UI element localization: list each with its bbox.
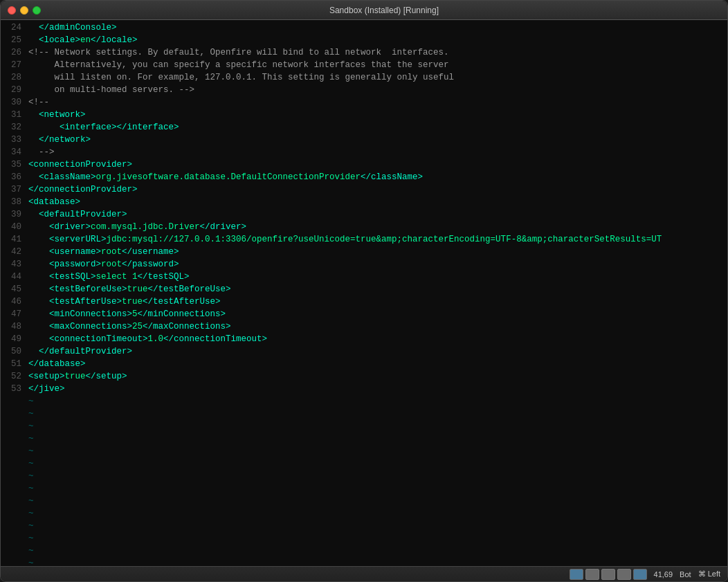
close-button[interactable] — [8, 6, 16, 15]
line-number: 35 — [1, 158, 28, 171]
line-content: <username>root</username> — [28, 246, 179, 258]
tilde-symbol: ~ — [28, 495, 34, 507]
line-content: <testAfterUse>true</testAfterUse> — [28, 295, 221, 308]
tilde-line: ~ — [1, 532, 727, 545]
tilde-line-number — [1, 420, 28, 433]
line-content: <database> — [28, 196, 80, 208]
line-content: <setup>true</setup> — [28, 370, 127, 383]
tilde-symbol: ~ — [28, 457, 34, 470]
tilde-line-number — [1, 433, 28, 445]
line-number: 52 — [1, 370, 28, 383]
status-icon-3 — [601, 569, 615, 580]
line-content: </connectionProvider> — [28, 183, 138, 196]
line-number: 50 — [1, 345, 28, 358]
status-left-cmd: ⌘ Left — [698, 570, 720, 579]
tilde-symbol: ~ — [28, 395, 34, 408]
line-number: 42 — [1, 246, 28, 258]
tilde-line: ~ — [1, 420, 727, 433]
line-number: 40 — [1, 221, 28, 233]
table-row: 52<setup>true</setup> — [1, 370, 727, 383]
table-row: 29 on multi-homed servers. --> — [1, 84, 727, 96]
table-row: 33 </network> — [1, 134, 727, 146]
main-window: Sandbox (Installed) [Running] 24 </admin… — [0, 0, 728, 582]
line-number: 33 — [1, 134, 28, 146]
tilde-symbol: ~ — [28, 545, 34, 557]
line-number: 29 — [1, 84, 28, 96]
traffic-lights — [8, 6, 41, 15]
line-content: <testSQL>select 1</testSQL> — [28, 271, 190, 283]
line-number: 37 — [1, 183, 28, 196]
tilde-line-number — [1, 395, 28, 408]
line-number: 25 — [1, 34, 28, 46]
line-content: <maxConnections>25</maxConnections> — [28, 320, 231, 333]
table-row: 31 <network> — [1, 109, 727, 121]
status-icon-1 — [570, 569, 583, 580]
code-container: 24 </adminConsole>25 <locale>en</locale>… — [1, 20, 727, 566]
tilde-symbol: ~ — [28, 557, 34, 566]
maximize-button[interactable] — [33, 6, 41, 15]
tilde-symbol: ~ — [28, 408, 34, 420]
tilde-line-number — [1, 557, 28, 566]
line-number: 27 — [1, 59, 28, 71]
status-position: 41,69 — [654, 570, 673, 579]
line-content: <password>root</password> — [28, 258, 179, 271]
tilde-line-number — [1, 507, 28, 520]
table-row: 26<!-- Network settings. By default, Ope… — [1, 46, 727, 59]
table-row: 53</jive> — [1, 383, 727, 395]
table-row: 47 <minConnections>5</minConnections> — [1, 308, 727, 320]
table-row: 50 </defaultProvider> — [1, 345, 727, 358]
table-row: 40 <driver>com.mysql.jdbc.Driver</driver… — [1, 221, 727, 233]
line-content: </network> — [28, 134, 91, 146]
table-row: 38<database> — [1, 196, 727, 208]
line-content: <!-- — [28, 96, 49, 109]
statusbar: 41,69 Bot ⌘ Left — [1, 566, 727, 581]
table-row: 41 <serverURL>jdbc:mysql://127.0.0.1:330… — [1, 233, 727, 246]
table-row: 32 <interface></interface> — [1, 121, 727, 134]
line-number: 38 — [1, 196, 28, 208]
table-row: 27 Alternatively, you can specify a spec… — [1, 59, 727, 71]
minimize-button[interactable] — [20, 6, 28, 15]
status-icon-2 — [585, 569, 599, 580]
line-number: 53 — [1, 383, 28, 395]
status-icon-5 — [633, 569, 647, 580]
line-number: 43 — [1, 258, 28, 271]
line-content: <minConnections>5</minConnections> — [28, 308, 226, 320]
table-row: 43 <password>root</password> — [1, 258, 727, 271]
tilde-line: ~ — [1, 557, 727, 566]
line-content: on multi-homed servers. --> — [28, 84, 194, 96]
line-content: --> — [28, 146, 55, 158]
table-row: 46 <testAfterUse>true</testAfterUse> — [1, 295, 727, 308]
line-number: 26 — [1, 46, 28, 59]
line-content: will listen on. For example, 127.0.0.1. … — [28, 71, 454, 84]
line-number: 28 — [1, 71, 28, 84]
table-row: 35<connectionProvider> — [1, 158, 727, 171]
editor-area[interactable]: 24 </adminConsole>25 <locale>en</locale>… — [1, 20, 727, 566]
line-number: 45 — [1, 283, 28, 295]
line-number: 24 — [1, 21, 28, 34]
tilde-line-number — [1, 495, 28, 507]
line-content: <serverURL>jdbc:mysql://127.0.0.1:3306/o… — [28, 233, 662, 246]
line-number: 46 — [1, 295, 28, 308]
line-number: 34 — [1, 146, 28, 158]
window-title: Sandbox (Installed) [Running] — [48, 6, 720, 15]
tilde-symbol: ~ — [28, 482, 34, 495]
tilde-line: ~ — [1, 433, 727, 445]
line-number: 48 — [1, 320, 28, 333]
tilde-line: ~ — [1, 408, 727, 420]
tilde-line: ~ — [1, 507, 727, 520]
line-content: <locale>en</locale> — [28, 34, 138, 46]
table-row: 37</connectionProvider> — [1, 183, 727, 196]
tilde-line-number — [1, 470, 28, 482]
tilde-line: ~ — [1, 395, 727, 408]
line-content: <testBeforeUse>true</testBeforeUse> — [28, 283, 231, 295]
tilde-line: ~ — [1, 482, 727, 495]
table-row: 24 </adminConsole> — [1, 21, 727, 34]
line-number: 32 — [1, 121, 28, 134]
tilde-line: ~ — [1, 545, 727, 557]
titlebar: Sandbox (Installed) [Running] — [1, 1, 727, 20]
line-content: <interface></interface> — [28, 121, 179, 134]
line-number: 30 — [1, 96, 28, 109]
line-content: <connectionProvider> — [28, 158, 132, 171]
table-row: 39 <defaultProvider> — [1, 208, 727, 221]
tilde-line-number — [1, 545, 28, 557]
